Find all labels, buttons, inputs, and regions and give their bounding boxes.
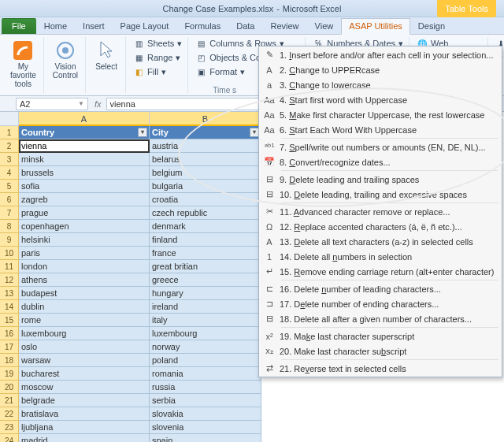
- row-header[interactable]: 14: [0, 300, 19, 314]
- menu-item[interactable]: ⇄21. Reverse text in selected cells: [259, 361, 502, 376]
- tab-formulas[interactable]: Formulas: [176, 18, 228, 34]
- row-header[interactable]: 18: [0, 354, 19, 367]
- row-header[interactable]: 3: [0, 153, 19, 166]
- cell[interactable]: warsaw: [19, 354, 150, 367]
- cell[interactable]: sofia: [19, 180, 150, 193]
- col-header-B[interactable]: B: [150, 112, 261, 126]
- row-header[interactable]: 19: [0, 367, 19, 381]
- cell[interactable]: slovenia: [150, 421, 261, 434]
- tab-insert[interactable]: Insert: [75, 18, 113, 34]
- cell[interactable]: london: [19, 260, 150, 273]
- row-header[interactable]: 15: [0, 314, 19, 327]
- cell[interactable]: france: [150, 247, 261, 260]
- row-header[interactable]: 16: [0, 327, 19, 340]
- menu-item[interactable]: ᵃᵇ¹7. Spell/write out numbers or amounts…: [259, 139, 502, 154]
- cell[interactable]: paris: [19, 247, 150, 260]
- fx-label[interactable]: fx: [90, 99, 106, 109]
- menu-item[interactable]: ↵15. Remove ending carriage return (alt+…: [259, 264, 502, 279]
- menu-item[interactable]: Aa4. Start first word with Uppercase: [259, 92, 502, 107]
- sheets-menu[interactable]: ▥Sheets ▾: [132, 37, 183, 50]
- cell[interactable]: austria: [150, 139, 261, 153]
- cell[interactable]: madrid: [19, 434, 150, 442]
- cell[interactable]: bratislava: [19, 407, 150, 421]
- filter-dropdown-icon[interactable]: ▾: [138, 128, 147, 137]
- menu-item[interactable]: Aa5. Make first character Uppercase, the…: [259, 107, 502, 122]
- cell[interactable]: rome: [19, 314, 150, 327]
- menu-item[interactable]: Ω12. Replace accented characters (á, ë, …: [259, 219, 502, 234]
- menu-item[interactable]: ✎1. Insert before and/or after each cell…: [259, 47, 502, 62]
- tab-file[interactable]: File: [2, 18, 36, 34]
- cell[interactable]: slovakia: [150, 407, 261, 421]
- menu-item[interactable]: A13. Delete all text characters (a-z) in…: [259, 234, 502, 249]
- row-header[interactable]: 7: [0, 206, 19, 220]
- cell[interactable]: denmark: [150, 220, 261, 233]
- cell[interactable]: norway: [150, 340, 261, 354]
- row-header[interactable]: 21: [0, 394, 19, 407]
- cell[interactable]: copenhagen: [19, 220, 150, 233]
- menu-item[interactable]: ⊟10. Delete leading, trailing and excess…: [259, 187, 502, 202]
- row-header[interactable]: 22: [0, 407, 19, 421]
- cell[interactable]: croatia: [150, 193, 261, 206]
- cell[interactable]: ljubljana: [19, 421, 150, 434]
- row-header[interactable]: 17: [0, 340, 19, 354]
- row-header[interactable]: 6: [0, 193, 19, 206]
- name-box[interactable]: A2▼: [16, 98, 88, 110]
- tab-data[interactable]: Data: [228, 18, 262, 34]
- menu-item[interactable]: ⊟18. Delete all after a given number of …: [259, 311, 502, 326]
- cell[interactable]: moscow: [19, 381, 150, 394]
- tab-home[interactable]: Home: [36, 18, 75, 34]
- cell[interactable]: belarus: [150, 153, 261, 166]
- row-header[interactable]: 12: [0, 273, 19, 287]
- tab-review[interactable]: Review: [262, 18, 306, 34]
- row-header[interactable]: 2: [0, 139, 19, 153]
- cell[interactable]: prague: [19, 206, 150, 220]
- range-menu[interactable]: ▦Range ▾: [132, 51, 183, 64]
- vision-control-button[interactable]: Vision Control: [50, 37, 81, 81]
- cell[interactable]: brussels: [19, 166, 150, 180]
- menu-item[interactable]: Aa6. Start Each Word With Uppercase: [259, 122, 502, 137]
- cell[interactable]: budapest: [19, 287, 150, 300]
- col-header-A[interactable]: A: [19, 112, 150, 126]
- fill-menu[interactable]: ◧Fill ▾: [132, 65, 183, 78]
- cell[interactable]: belgium: [150, 166, 261, 180]
- cell[interactable]: poland: [150, 354, 261, 367]
- menu-item[interactable]: ✂11. Advanced character remove or replac…: [259, 204, 502, 219]
- cell[interactable]: greece: [150, 273, 261, 287]
- cell[interactable]: athens: [19, 273, 150, 287]
- cell[interactable]: minsk: [19, 153, 150, 166]
- cell[interactable]: bucharest: [19, 367, 150, 381]
- cell[interactable]: zagreb: [19, 193, 150, 206]
- cell[interactable]: luxembourg: [19, 327, 150, 340]
- cell[interactable]: russia: [150, 381, 261, 394]
- cell[interactable]: finland: [150, 233, 261, 247]
- tab-pagelayout[interactable]: Page Layout: [113, 18, 177, 34]
- row-header[interactable]: 24: [0, 434, 19, 442]
- row-header[interactable]: 10: [0, 247, 19, 260]
- menu-item[interactable]: x²19. Make last character superscript: [259, 329, 502, 344]
- menu-item[interactable]: A2. Change to UPPERcase: [259, 62, 502, 77]
- cell[interactable]: hungary: [150, 287, 261, 300]
- row-header[interactable]: 5: [0, 180, 19, 193]
- cell[interactable]: dublin: [19, 300, 150, 314]
- row-header[interactable]: 4: [0, 166, 19, 180]
- row-header[interactable]: 8: [0, 220, 19, 233]
- menu-item[interactable]: ⊐17. Delete number of ending characters.…: [259, 296, 502, 311]
- row-header[interactable]: 1: [0, 126, 19, 139]
- cell[interactable]: spain: [150, 434, 261, 442]
- row-header[interactable]: 13: [0, 287, 19, 300]
- cell[interactable]: bulgaria: [150, 180, 261, 193]
- menu-item[interactable]: x₂20. Make last character subscript: [259, 344, 502, 358]
- cell[interactable]: great britian: [150, 260, 261, 273]
- menu-item[interactable]: ⊏16. Delete number of leading characters…: [259, 281, 502, 296]
- menu-item[interactable]: 📅8. Convert/recognize dates...: [259, 154, 502, 169]
- cell[interactable]: czech republic: [150, 206, 261, 220]
- select-all-corner[interactable]: [0, 112, 19, 126]
- table-header-city[interactable]: City▾: [150, 126, 261, 139]
- cell[interactable]: ireland: [150, 300, 261, 314]
- cell[interactable]: helsinki: [19, 233, 150, 247]
- favorite-tools-button[interactable]: My favorite tools: [7, 37, 39, 90]
- row-header[interactable]: 9: [0, 233, 19, 247]
- tab-asap-utilities[interactable]: ASAP Utilities: [341, 18, 410, 35]
- row-header[interactable]: 23: [0, 421, 19, 434]
- cell[interactable]: belgrade: [19, 394, 150, 407]
